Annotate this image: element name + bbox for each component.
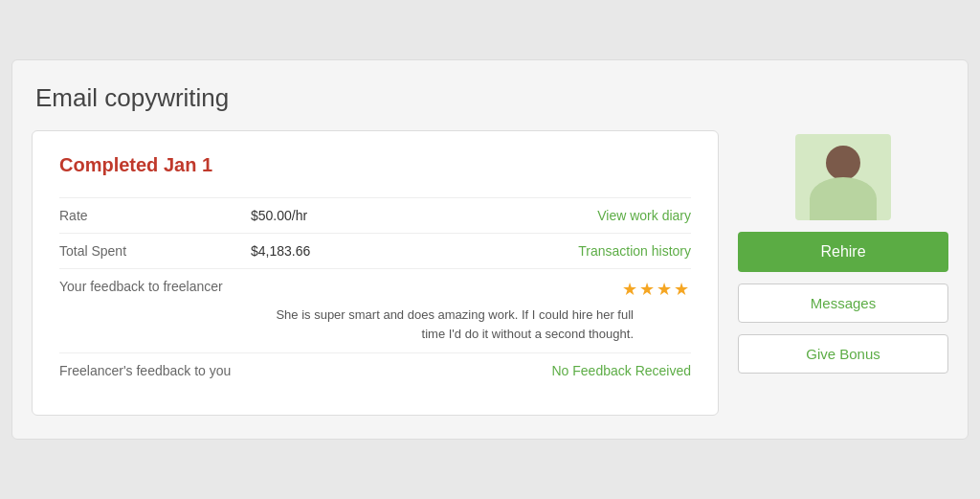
total-spent-value: $4,183.66 (251, 234, 423, 269)
feedback-text: She is super smart and does amazing work… (251, 306, 634, 343)
page-title: Email copywriting (32, 83, 948, 113)
freelancer-feedback-row: Freelancer's feedback to you No Feedback… (59, 353, 691, 389)
messages-button[interactable]: Messages (738, 284, 948, 323)
rate-label: Rate (59, 198, 251, 234)
avatar-head (826, 146, 860, 180)
status-label: Completed Jan 1 (59, 154, 691, 176)
sidebar: Rehire Messages Give Bonus (738, 130, 948, 374)
content-row: Completed Jan 1 Rate $50.00/hr View work… (32, 130, 948, 416)
view-work-diary-link[interactable]: View work diary (423, 198, 691, 234)
total-spent-row: Total Spent $4,183.66 Transaction histor… (59, 234, 691, 269)
give-bonus-button[interactable]: Give Bonus (738, 334, 948, 374)
avatar-body (810, 177, 877, 220)
feedback-row: Your feedback to freelancer ★★★★ She is … (59, 269, 691, 353)
rate-row: Rate $50.00/hr View work diary (59, 198, 691, 234)
no-feedback-text: No Feedback Received (251, 353, 691, 389)
feedback-content: ★★★★ She is super smart and does amazing… (251, 269, 691, 353)
info-table: Rate $50.00/hr View work diary Total Spe… (59, 197, 691, 388)
transaction-history-link[interactable]: Transaction history (423, 234, 691, 269)
rate-value: $50.00/hr (251, 198, 423, 234)
rehire-button[interactable]: Rehire (738, 232, 948, 272)
avatar (795, 134, 891, 220)
main-card: Completed Jan 1 Rate $50.00/hr View work… (32, 130, 719, 416)
star-rating: ★★★★ (251, 279, 691, 300)
freelancer-feedback-label: Freelancer's feedback to you (59, 353, 251, 389)
feedback-label: Your feedback to freelancer (59, 269, 251, 353)
outer-card: Email copywriting Completed Jan 1 Rate $… (11, 59, 969, 440)
total-spent-label: Total Spent (59, 234, 251, 269)
